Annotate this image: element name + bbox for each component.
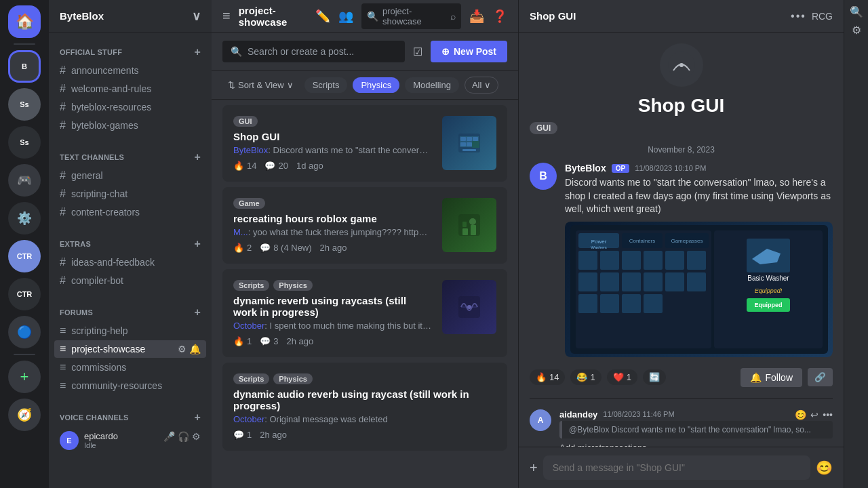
section-header-official[interactable]: OFFICIAL STUFF + [54, 43, 206, 61]
server-icon-s6[interactable]: CTR [8, 278, 41, 310]
server-header[interactable]: ByteBlox ∨ [49, 0, 212, 33]
svg-rect-8 [462, 149, 476, 151]
right-panel-gear-icon[interactable]: ⚙ [852, 24, 861, 37]
add-server-button[interactable]: + [8, 361, 41, 393]
channel-item-announcements[interactable]: # announcements [54, 62, 206, 79]
notification-icon[interactable]: 🔔 [189, 344, 201, 354]
reply-username[interactable]: aidandey [559, 409, 597, 420]
tag-all[interactable]: All ∨ [465, 77, 498, 94]
topbar-search[interactable]: 🔍 project-showcase ⌕ [361, 3, 461, 29]
post-card-2[interactable]: Game recreating hours roblox game M...: … [222, 187, 507, 264]
channel-item-epicardo[interactable]: E epicardo Idle 🎤 🎧 ⚙ [54, 427, 206, 453]
reaction-refresh[interactable]: 🔄 [643, 369, 666, 385]
forum-icon: ≡ [60, 343, 66, 355]
sort-view-button[interactable]: ⇅ Sort & View ∨ [222, 77, 299, 93]
members-icon[interactable]: 👥 [338, 9, 353, 24]
help-icon[interactable]: ❓ [492, 9, 507, 24]
right-panel-search-icon[interactable]: 🔍 [850, 5, 863, 18]
add-channel-official-icon[interactable]: + [194, 46, 201, 58]
add-channel-voice-icon[interactable]: + [194, 411, 201, 424]
post-preview-text-3: I spent too much time making this but it… [269, 321, 431, 331]
tag-scripts[interactable]: Scripts [304, 77, 348, 93]
add-channel-text-icon[interactable]: + [194, 151, 201, 163]
channel-item-content-creators[interactable]: # content-creators [54, 203, 206, 221]
tag-physics[interactable]: Physics [353, 77, 399, 93]
more-options-icon[interactable]: ••• [791, 10, 806, 22]
post-content-3: Scripts Physics dynamic reverb using ray… [233, 280, 431, 346]
section-label-official: OFFICIAL STUFF [60, 48, 122, 56]
bell-icon: 🔔 [750, 372, 762, 383]
section-header-voice[interactable]: VOICE CHANNELS + [54, 409, 206, 426]
svg-text:Equipped!: Equipped! [754, 287, 782, 294]
section-header-extras[interactable]: EXTRAS + [54, 235, 206, 253]
post-tag-physics-3[interactable]: Physics [273, 280, 313, 291]
svg-rect-36 [622, 272, 641, 291]
thread-input-area: + 😊 [519, 447, 844, 488]
new-post-button[interactable]: ⊕ New Post [431, 41, 507, 62]
reply-more-icon[interactable]: ••• [823, 409, 833, 420]
post-tag-gui[interactable]: GUI [233, 116, 258, 127]
explore-servers-button[interactable]: 🧭 [8, 399, 41, 431]
attach-button[interactable]: + [530, 460, 538, 476]
reply-icon[interactable]: ↩ [810, 409, 818, 420]
hash-icon: # [60, 83, 66, 95]
emoji-button[interactable]: 😊 [816, 460, 833, 476]
add-channel-extras-icon[interactable]: + [194, 238, 201, 250]
section-header-forums[interactable]: FORUMS + [54, 304, 206, 321]
server-icon-ss1[interactable]: Ss [8, 88, 41, 121]
channel-item-welcome[interactable]: # welcome-and-rules [54, 80, 206, 98]
server-icon-byteblox[interactable]: B [8, 50, 41, 83]
channel-item-games[interactable]: # byteblox-games [54, 117, 206, 134]
channel-name-content-creators: content-creators [71, 207, 140, 218]
headphones-icon[interactable]: 🎧 [178, 431, 189, 442]
filter-icon[interactable]: ☑ [413, 45, 422, 58]
settings-icon[interactable]: ⚙ [178, 344, 186, 354]
post-thumbnail-1 [442, 116, 496, 170]
server-icon-s4[interactable]: ⚙️ [8, 202, 41, 235]
add-channel-forums-icon[interactable]: + [194, 306, 201, 319]
reply-emoji-icon[interactable]: 😊 [795, 409, 806, 420]
server-icon-s7[interactable]: 🔵 [8, 316, 41, 348]
tag-modelling[interactable]: Modelling [405, 77, 459, 93]
external-link-icon[interactable]: RCG [812, 11, 833, 22]
forum-search-bar[interactable]: 🔍 Search or create a post... [222, 41, 405, 62]
thread-tag-gui[interactable]: GUI [530, 122, 557, 134]
channel-item-resources[interactable]: # byteblox-resources [54, 98, 206, 116]
channel-item-project-showcase[interactable]: ≡ project-showcase ⚙ 🔔 [54, 340, 206, 358]
post-card-1[interactable]: GUI Shop GUI ByteBlox: Discord wants me … [222, 105, 507, 182]
server-icon-s5[interactable]: CTR [8, 240, 41, 272]
channel-item-scripting-help[interactable]: ≡ scripting-help [54, 322, 206, 340]
post-tag-physics-4[interactable]: Physics [273, 373, 313, 384]
reaction-heart[interactable]: ❤️ 1 [607, 369, 637, 385]
edit-icon[interactable]: ✏️ [315, 9, 330, 24]
message-input[interactable] [543, 455, 810, 480]
channel-item-community-resources[interactable]: ≡ community-resources [54, 377, 206, 394]
thread-username[interactable]: ByteBlox [565, 163, 606, 174]
copy-link-button[interactable]: 🔗 [808, 368, 833, 386]
section-extras: EXTRAS + # ideas-and-feedback # compiler… [49, 224, 212, 293]
voice-settings-icon[interactable]: ⚙ [192, 431, 201, 442]
inbox-icon[interactable]: 📥 [469, 9, 484, 24]
channel-item-ideas[interactable]: # ideas-and-feedback [54, 253, 206, 271]
reaction-fire[interactable]: 🔥 14 [530, 369, 565, 385]
section-header-text[interactable]: TEXT CHANNELS + [54, 148, 206, 166]
post-tag-scripts-4[interactable]: Scripts [233, 373, 269, 384]
channel-item-scripting-chat[interactable]: # scripting-chat [54, 185, 206, 203]
post-tag-scripts-3[interactable]: Scripts [233, 280, 269, 291]
server-icon-home[interactable]: 🏠 [8, 5, 41, 38]
forum-toolbar: 🔍 Search or create a post... ☑ ⊕ New Pos… [212, 33, 518, 71]
channel-item-compiler-bot[interactable]: # compiler-bot [54, 272, 206, 289]
mic-icon[interactable]: 🎤 [163, 431, 175, 442]
follow-button[interactable]: 🔔 Follow [741, 368, 802, 387]
server-icon-s3[interactable]: 🎮 [8, 164, 41, 197]
reaction-laugh[interactable]: 😂 1 [570, 369, 601, 385]
channel-item-general[interactable]: # general [54, 167, 206, 184]
comment-count-4: 1 [247, 430, 252, 440]
post-card-4[interactable]: Scripts Physics dynamic audio reverb usi… [222, 363, 507, 451]
channel-item-commissions[interactable]: ≡ commissions [54, 359, 206, 376]
server-icon-ss2[interactable]: Ss [8, 126, 41, 159]
thread-icon-container: Shop GUI [530, 43, 833, 117]
channel-sidebar: ByteBlox ∨ OFFICIAL STUFF + # announceme… [49, 0, 212, 488]
post-card-3[interactable]: Scripts Physics dynamic reverb using ray… [222, 269, 507, 357]
post-tag-game[interactable]: Game [233, 198, 265, 209]
